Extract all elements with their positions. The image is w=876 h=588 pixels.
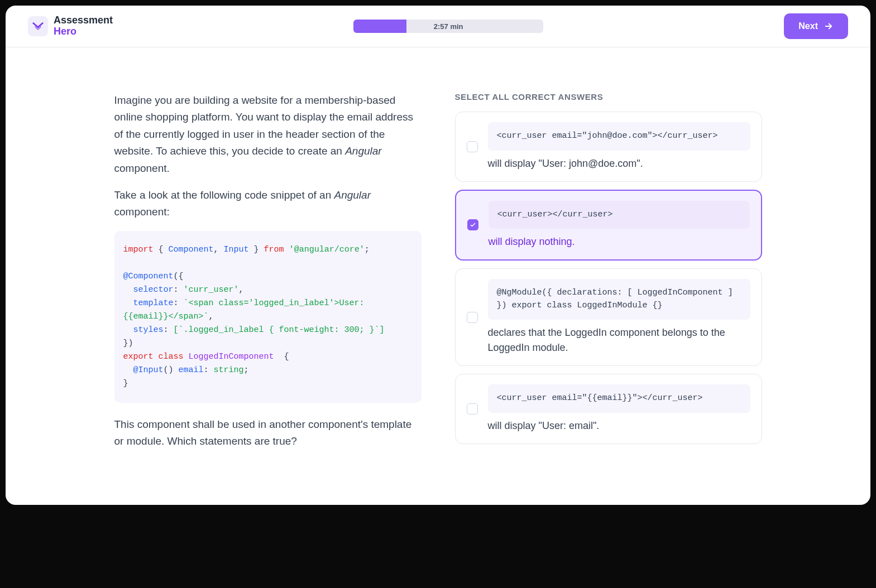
answers-panel: SELECT ALL CORRECT ANSWERS <curr_user em… [455,92,762,460]
answer-code: <curr_user email="john@doe.com"></curr_u… [488,122,750,151]
answer-body: <curr_user></curr_user> will display not… [489,201,750,250]
answer-option-1[interactable]: <curr_user email="john@doe.com"></curr_u… [455,112,762,182]
question-para-1: Imagine you are building a website for a… [114,92,422,177]
timer-progress-fill [353,20,406,33]
answer-text: will display "User: john@doe.com". [488,156,750,171]
timer-progress: 2:57 min [353,20,543,33]
question-para-2: Take a look at the following code snippe… [114,187,422,221]
answer-code: @NgModule({ declarations: [ LoggedInComp… [488,279,750,320]
answer-body: <curr_user email="{{email}}"></curr_user… [488,384,750,433]
brand-line2: Hero [54,26,113,37]
brand-icon [28,16,48,36]
question-code: import { Component, Input } from '@angul… [114,231,422,403]
answer-text: declares that the LoggedIn component bel… [488,325,750,355]
answers-label: SELECT ALL CORRECT ANSWERS [455,92,762,102]
answer-text: will display nothing. [489,234,750,249]
brand-line1: Assessment [54,15,113,26]
content: Imagine you are building a website for a… [92,70,784,483]
assessment-window: Assessment Hero 2:57 min Next Imagine yo… [6,6,870,505]
answer-code: <curr_user></curr_user> [489,201,750,229]
checkbox-unchecked-icon [467,141,478,152]
arrow-right-icon [824,21,834,31]
topbar: Assessment Hero 2:57 min Next [6,6,870,47]
brand: Assessment Hero [28,15,113,37]
answer-code: <curr_user email="{{email}}"></curr_user… [488,384,750,413]
answer-text: will display "User: email". [488,418,750,433]
question-panel: Imagine you are building a website for a… [114,92,422,460]
timer-label: 2:57 min [434,22,463,31]
next-button[interactable]: Next [784,13,848,39]
checkbox-unchecked-icon [467,312,478,323]
answer-option-3[interactable]: @NgModule({ declarations: [ LoggedInComp… [455,268,762,366]
answer-body: <curr_user email="john@doe.com"></curr_u… [488,122,750,171]
checkbox-unchecked-icon [467,403,478,415]
answer-option-2[interactable]: <curr_user></curr_user> will display not… [455,190,762,261]
brand-text: Assessment Hero [54,15,113,37]
answer-body: @NgModule({ declarations: [ LoggedInComp… [488,279,750,355]
checkbox-checked-icon [467,219,478,230]
question-para-3: This component shall be used in another … [114,416,422,450]
answer-option-4[interactable]: <curr_user email="{{email}}"></curr_user… [455,374,762,444]
next-button-label: Next [798,21,818,31]
